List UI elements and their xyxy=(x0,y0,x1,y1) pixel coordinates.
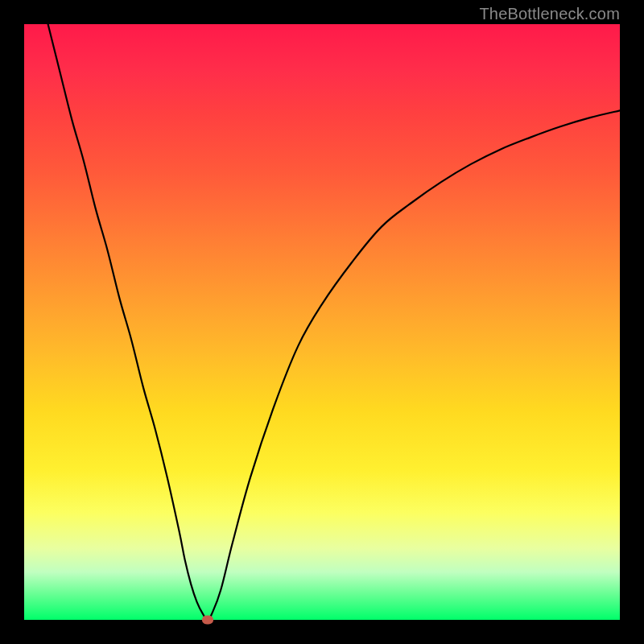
optimum-marker xyxy=(202,616,213,625)
chart-curve-layer xyxy=(24,24,620,620)
bottleneck-curve xyxy=(48,24,620,620)
watermark-text: TheBottleneck.com xyxy=(479,5,620,23)
